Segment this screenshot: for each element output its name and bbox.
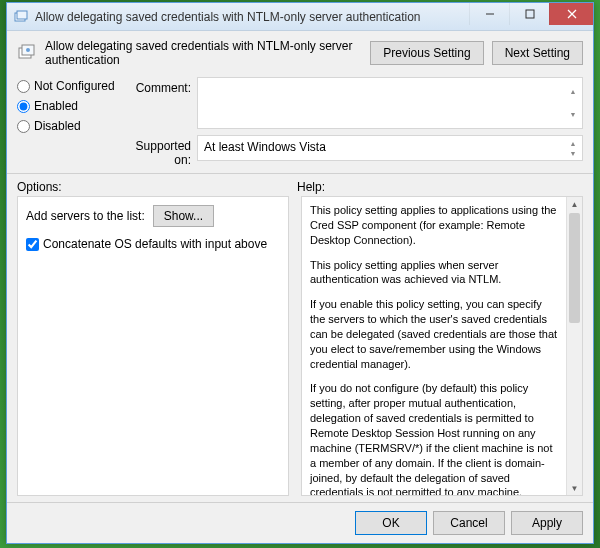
fields-column: Comment: ▲ ▼ Supported on: At least Wind… — [117, 77, 583, 167]
concatenate-label: Concatenate OS defaults with input above — [43, 237, 267, 251]
next-setting-button[interactable]: Next Setting — [492, 41, 583, 65]
scroll-down-icon[interactable]: ▼ — [567, 481, 582, 495]
apply-button[interactable]: Apply — [511, 511, 583, 535]
header-row: Allow delegating saved credentials with … — [7, 31, 593, 73]
supported-on-value: At least Windows Vista — [204, 140, 326, 154]
state-radio-group: Not Configured Enabled Disabled — [17, 77, 117, 167]
radio-disabled-input[interactable] — [17, 120, 30, 133]
supported-spinner[interactable]: ▲ ▼ — [566, 138, 580, 158]
add-servers-label: Add servers to the list: — [26, 209, 145, 223]
radio-enabled-label: Enabled — [34, 99, 78, 113]
comment-spinner[interactable]: ▲ ▼ — [566, 80, 580, 126]
concatenate-row[interactable]: Concatenate OS defaults with input above — [26, 237, 280, 251]
scrollbar-thumb[interactable] — [569, 213, 580, 323]
options-panel: Add servers to the list: Show... Concate… — [17, 196, 289, 496]
chevron-down-icon[interactable]: ▼ — [566, 148, 580, 158]
add-servers-row: Add servers to the list: Show... — [26, 205, 280, 227]
supported-on-field: At least Windows Vista ▲ ▼ — [197, 135, 583, 161]
scroll-up-icon[interactable]: ▲ — [567, 197, 582, 211]
comment-label: Comment: — [117, 77, 197, 95]
titlebar: Allow delegating saved credentials with … — [7, 3, 593, 31]
chevron-up-icon[interactable]: ▲ — [566, 138, 580, 148]
radio-enabled[interactable]: Enabled — [17, 99, 117, 113]
dialog-content: Allow delegating saved credentials with … — [7, 31, 593, 543]
show-button[interactable]: Show... — [153, 205, 214, 227]
dialog-window: Allow delegating saved credentials with … — [6, 2, 594, 544]
svg-rect-3 — [526, 10, 534, 18]
chevron-up-icon[interactable]: ▲ — [566, 80, 580, 103]
policy-title: Allow delegating saved credentials with … — [45, 39, 362, 67]
help-paragraph: This policy setting applies when server … — [310, 258, 560, 288]
radio-enabled-input[interactable] — [17, 100, 30, 113]
window-controls — [469, 3, 593, 30]
config-area: Not Configured Enabled Disabled Comment:… — [7, 73, 593, 174]
previous-setting-button[interactable]: Previous Setting — [370, 41, 483, 65]
chevron-down-icon[interactable]: ▼ — [566, 103, 580, 126]
radio-not-configured-label: Not Configured — [34, 79, 115, 93]
panel-labels: Options: Help: — [7, 174, 593, 196]
comment-input[interactable]: ▲ ▼ — [197, 77, 583, 129]
help-text: This policy setting applies to applicati… — [302, 197, 566, 495]
dialog-footer: OK Cancel Apply — [7, 502, 593, 543]
maximize-button[interactable] — [509, 3, 549, 25]
help-paragraph: This policy setting applies to applicati… — [310, 203, 560, 248]
help-scrollbar[interactable]: ▲ ▼ — [566, 197, 582, 495]
help-paragraph: If you enable this policy setting, you c… — [310, 297, 560, 371]
help-paragraph: If you do not configure (by default) thi… — [310, 381, 560, 495]
radio-not-configured-input[interactable] — [17, 80, 30, 93]
radio-not-configured[interactable]: Not Configured — [17, 79, 117, 93]
panels-row: Add servers to the list: Show... Concate… — [7, 196, 593, 502]
ok-button[interactable]: OK — [355, 511, 427, 535]
minimize-button[interactable] — [469, 3, 509, 25]
supported-label: Supported on: — [117, 135, 197, 167]
svg-rect-1 — [17, 11, 27, 19]
options-label: Options: — [17, 180, 297, 194]
radio-disabled[interactable]: Disabled — [17, 119, 117, 133]
svg-point-8 — [26, 48, 30, 52]
help-panel: This policy setting applies to applicati… — [301, 196, 583, 496]
window-title: Allow delegating saved credentials with … — [35, 10, 469, 24]
cancel-button[interactable]: Cancel — [433, 511, 505, 535]
concatenate-checkbox[interactable] — [26, 238, 39, 251]
policy-icon — [17, 43, 37, 63]
help-label: Help: — [297, 180, 325, 194]
close-button[interactable] — [549, 3, 593, 25]
radio-disabled-label: Disabled — [34, 119, 81, 133]
app-icon — [13, 9, 29, 25]
